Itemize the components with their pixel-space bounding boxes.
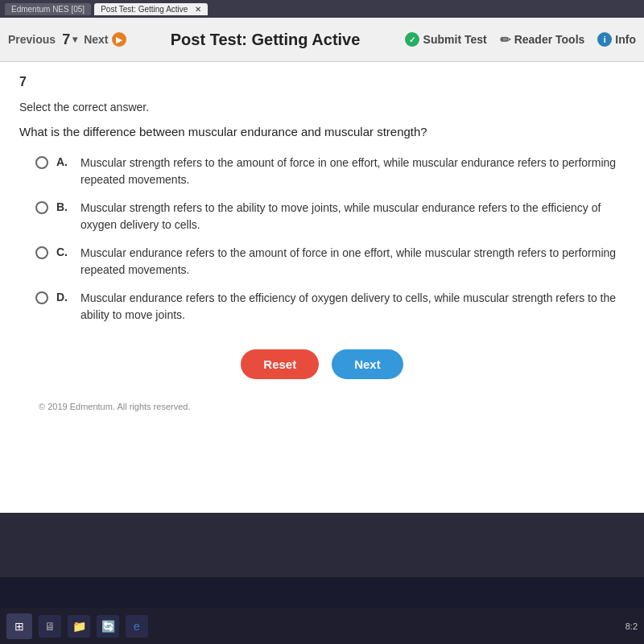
info-button[interactable]: i Info bbox=[597, 32, 636, 47]
taskbar: ⊞ 🖥 📁 🔄 e 8:2 bbox=[0, 608, 644, 644]
option-c[interactable]: C. Muscular endurance refers to the amou… bbox=[35, 245, 625, 279]
browser-tab-bar: Edmentum NES [05] Post Test: Getting Act… bbox=[0, 0, 644, 18]
option-d-letter: D. bbox=[56, 291, 72, 303]
instructions-text: Select the correct answer. bbox=[19, 101, 625, 114]
info-icon: i bbox=[597, 32, 612, 47]
option-a[interactable]: A. Muscular strength refers to the amoun… bbox=[35, 155, 625, 188]
next-question-button[interactable]: Next bbox=[332, 349, 403, 379]
taskbar-clock: 8:2 bbox=[625, 621, 638, 631]
taskbar-icon-1[interactable]: 🖥 bbox=[39, 615, 61, 638]
taskbar-icon-2[interactable]: 📁 bbox=[68, 615, 90, 638]
options-container: A. Muscular strength refers to the amoun… bbox=[19, 155, 625, 324]
prev-button[interactable]: Previous bbox=[8, 33, 56, 46]
option-a-letter: A. bbox=[56, 155, 72, 168]
browser-tab-edmentum[interactable]: Edmentum NES [05] bbox=[5, 3, 91, 15]
question-text: What is the difference between muscular … bbox=[19, 125, 625, 138]
option-d[interactable]: D. Muscular endurance refers to the effi… bbox=[35, 290, 625, 324]
browser-tab-posttest[interactable]: Post Test: Getting Active ✕ bbox=[94, 3, 208, 15]
reset-button[interactable]: Reset bbox=[241, 349, 319, 379]
taskbar-icon-3[interactable]: 🔄 bbox=[97, 615, 119, 638]
nav-next-button[interactable]: Next ▶ bbox=[84, 32, 126, 47]
nav-right-actions: ✓ Submit Test ✏ Reader Tools i Info bbox=[405, 32, 636, 47]
question-number-label: 7 bbox=[19, 75, 625, 89]
option-b-letter: B. bbox=[56, 200, 72, 213]
radio-a[interactable] bbox=[35, 156, 48, 169]
option-c-letter: C. bbox=[56, 246, 72, 258]
question-dropdown-arrow[interactable]: ▾ bbox=[72, 34, 77, 45]
main-content: 7 Select the correct answer. What is the… bbox=[0, 62, 644, 513]
radio-b[interactable] bbox=[35, 201, 48, 214]
option-a-text: Muscular strength refers to the amount o… bbox=[80, 155, 625, 188]
option-b[interactable]: B. Muscular strength refers to the abili… bbox=[35, 200, 625, 233]
question-number-display: 7 ▾ bbox=[62, 31, 77, 48]
close-tab-icon[interactable]: ✕ bbox=[195, 5, 201, 14]
page-title: Post Test: Getting Active bbox=[133, 31, 398, 49]
footer: © 2019 Edmentum. All rights reserved. bbox=[19, 395, 625, 418]
option-d-text: Muscular endurance refers to the efficie… bbox=[80, 290, 625, 324]
reader-tools-icon: ✏ bbox=[500, 32, 510, 47]
submit-icon: ✓ bbox=[405, 32, 419, 47]
option-c-text: Muscular endurance refers to the amount … bbox=[80, 245, 625, 279]
option-b-text: Muscular strength refers to the ability … bbox=[80, 200, 625, 233]
submit-test-button[interactable]: ✓ Submit Test bbox=[405, 32, 487, 47]
radio-d[interactable] bbox=[35, 291, 48, 304]
next-circle-icon: ▶ bbox=[112, 32, 126, 47]
dark-area bbox=[0, 513, 644, 577]
nav-bar: Previous 7 ▾ Next ▶ Post Test: Getting A… bbox=[0, 18, 644, 62]
start-button[interactable]: ⊞ bbox=[6, 613, 32, 639]
reader-tools-button[interactable]: ✏ Reader Tools bbox=[500, 32, 585, 47]
action-buttons-row: Reset Next bbox=[19, 349, 625, 379]
radio-c[interactable] bbox=[35, 246, 48, 259]
taskbar-icon-ie[interactable]: e bbox=[126, 615, 148, 638]
